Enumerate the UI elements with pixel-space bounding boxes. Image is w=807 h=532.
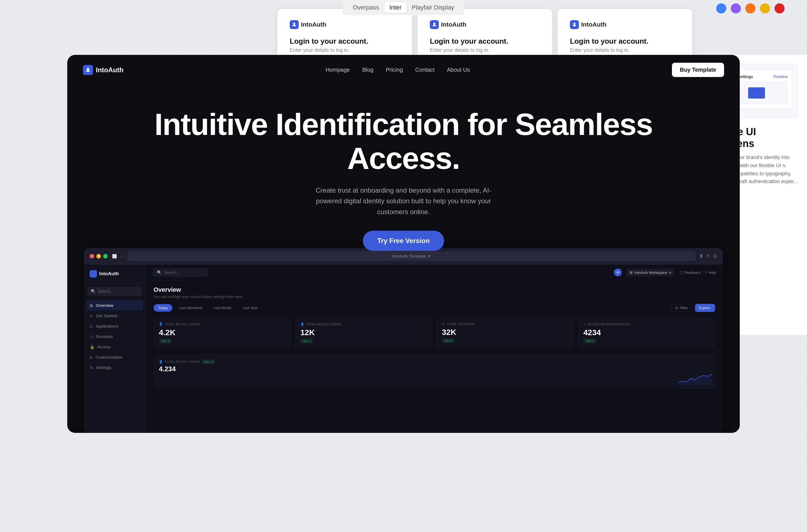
- chevron-down-icon: ∨: [669, 270, 672, 275]
- workspace-button[interactable]: ⊞ IntoAuth Workspace ∨: [626, 269, 675, 277]
- font-tab-overpass[interactable]: Overpass: [348, 2, 384, 13]
- graph-change: ↑$12.8: [202, 360, 215, 364]
- stat-value-1: 12K: [300, 328, 427, 337]
- card2-title: Login to your account.: [430, 37, 540, 46]
- filter-button[interactable]: ⊟ Filter: [671, 304, 692, 312]
- navbar: IntoAuth Hompage Blog Pricing Contact Ab…: [67, 55, 740, 85]
- color-dot-orange[interactable]: [745, 3, 755, 14]
- card1-logo: IntoAuth: [290, 20, 400, 29]
- card2-logo-icon: [430, 20, 439, 29]
- graph-area: 👤 TOTAL ACTIVE USERS ↑$12.8 4.234: [153, 355, 715, 388]
- stat-change-0: ↑$12.8: [159, 339, 171, 343]
- stat-card-0: 👤 TOTAL ACTIVE USERS 4.2K ↑$12.8: [153, 318, 291, 348]
- nav-links: Hompage Blog Pricing Contact About Us: [326, 66, 470, 73]
- sessions-icon: ◷: [90, 334, 93, 339]
- page-subtitle: You can manage your customization settin…: [153, 294, 715, 299]
- added-users-icon: 👤: [300, 322, 305, 326]
- export-button[interactable]: Export↑: [695, 304, 715, 312]
- filter-today[interactable]: Today: [153, 304, 172, 312]
- card1-title: Login to your account.: [290, 37, 400, 46]
- filter-icon: ⊟: [675, 306, 678, 310]
- card1-subtitle: Enter your details to log in.: [290, 47, 400, 53]
- stat-change-1: ↑$11.1: [300, 339, 313, 343]
- users-icon: 👤: [159, 322, 163, 326]
- preview-label[interactable]: Preview: [773, 75, 787, 79]
- stats-grid: 👤 TOTAL ACTIVE USERS 4.2K ↑$12.8 👤 TOTAL…: [153, 318, 715, 348]
- stat-change-3: ↑$15.0: [583, 339, 596, 343]
- stat-value-3: 4234: [583, 328, 710, 337]
- nav-link-contact[interactable]: Contact: [415, 66, 435, 73]
- dash-search-bar[interactable]: 🔍 Search...: [152, 268, 208, 277]
- buy-template-button[interactable]: Buy Template: [672, 63, 724, 77]
- graph-label: 👤 TOTAL ACTIVE USERS ↑$12.8: [159, 360, 710, 364]
- stat-change-2: ↑$12.5: [442, 339, 455, 343]
- workspace-icon: ⊞: [630, 270, 633, 275]
- sidebar-item-getstarted[interactable]: ◎ Get Started: [84, 310, 145, 321]
- try-free-button[interactable]: Try Free Version: [363, 231, 444, 251]
- filter-last-year[interactable]: Last Year: [238, 304, 262, 312]
- time-filter-group: Today Last Weekend Last Month Last Year: [153, 304, 262, 312]
- stat-label-1: 👤 TOTAL ADDED USERS: [300, 322, 427, 326]
- sparkline-chart: [678, 371, 712, 385]
- card2-logo-text: IntoAuth: [441, 21, 466, 28]
- filter-last-weekend[interactable]: Last Weekend: [175, 304, 207, 312]
- help-button[interactable]: ? Help: [705, 270, 716, 275]
- main-landing: IntoAuth Hompage Blog Pricing Contact Ab…: [67, 55, 740, 433]
- font-tab-inter[interactable]: Inter: [385, 2, 406, 13]
- nav-logo: IntoAuth: [83, 65, 124, 75]
- sidebar-item-customization[interactable]: ◈ Customization: [84, 352, 145, 362]
- header-actions: ⊟ Filter Export↑: [671, 304, 715, 312]
- color-dot-red[interactable]: [774, 3, 785, 14]
- color-dot-blue[interactable]: [716, 3, 726, 14]
- filter-last-month[interactable]: Last Month: [209, 304, 236, 312]
- stat-card-2: ⏱ TOTAL SESSIONS 32K ↑$12.5: [437, 318, 573, 348]
- applications-stat-icon: ✓: [583, 322, 586, 326]
- dashboard-header-right: U ⊞ IntoAuth Workspace ∨ ☐ Feedback ?: [614, 268, 716, 277]
- dash-logo-icon: [90, 270, 97, 278]
- color-palette: [716, 3, 785, 14]
- card2-subtitle: Enter your details to log in.: [430, 47, 540, 53]
- dash-logo: IntoAuth: [84, 270, 145, 283]
- nav-link-blog[interactable]: Blog: [362, 66, 373, 73]
- dashboard-main: 🔍 Search... U ⊞ IntoAuth Workspace ∨ ☐ F…: [146, 265, 723, 433]
- stat-card-1: 👤 TOTAL ADDED USERS 12K ↑$11.1: [295, 318, 432, 348]
- sidebar-item-settings[interactable]: ⚙ Settings: [84, 362, 145, 373]
- sidebar-item-sessions[interactable]: ◷ Sessions: [84, 331, 145, 342]
- graph-label-icon: 👤: [159, 360, 163, 364]
- font-tab-playfair[interactable]: Playfair Display: [407, 2, 459, 13]
- card1-logo-text: IntoAuth: [301, 21, 326, 28]
- sidebar-item-applications[interactable]: ⊡ Applications: [84, 321, 145, 331]
- settings-icon: ⚙: [90, 365, 93, 370]
- search-icon-header: 🔍: [157, 270, 162, 275]
- sessions-stat-icon: ⏱: [442, 322, 445, 326]
- stat-label-0: 👤 TOTAL ACTIVE USERS: [159, 322, 285, 326]
- overview-icon: ⊞: [90, 303, 93, 308]
- feedback-icon: ☐: [679, 270, 683, 275]
- graph-value: 4.234: [159, 365, 710, 373]
- user-avatar[interactable]: U: [614, 268, 622, 277]
- sidebar-item-overview[interactable]: ⊞ Overview: [86, 300, 143, 310]
- stat-card-3: ✓ ACCEPTED APPLICATIONS 4234 ↑$15.0: [578, 318, 715, 348]
- hero-section: Intuitive Identification for Seamless Ac…: [67, 85, 740, 268]
- color-dot-purple[interactable]: [731, 3, 741, 14]
- feedback-button[interactable]: ☐ Feedback: [679, 270, 700, 275]
- help-icon: ?: [705, 270, 707, 275]
- stat-label-3: ✓ ACCEPTED APPLICATIONS: [583, 322, 710, 326]
- page-title: Overview: [153, 286, 715, 293]
- dashboard-sidebar: IntoAuth 🔍 Search... ⊞ Overview ◎ Get St…: [84, 265, 146, 433]
- hero-subtitle: Create trust at onboarding and beyond wi…: [306, 185, 501, 217]
- card1-logo-icon: [290, 20, 299, 29]
- card3-logo-text: IntoAuth: [581, 21, 606, 28]
- card3-logo-icon: [570, 20, 579, 29]
- sidebar-item-access[interactable]: 🔒 Access: [84, 342, 145, 352]
- customization-icon: ◈: [90, 355, 93, 360]
- dashboard-preview: ⬜ ‹ › IntoAuth Template ✦ ⬆ + ⊙ IntoAuth: [84, 248, 723, 433]
- color-dot-yellow[interactable]: [760, 3, 770, 14]
- nav-link-homepage[interactable]: Hompage: [326, 66, 350, 73]
- nav-link-about[interactable]: About Us: [447, 66, 470, 73]
- stat-value-0: 4.2K: [159, 328, 285, 337]
- sidebar-search[interactable]: 🔍 Search...: [88, 287, 142, 296]
- card2-logo: IntoAuth: [430, 20, 540, 29]
- nav-link-pricing[interactable]: Pricing: [386, 66, 403, 73]
- nav-logo-icon: [83, 65, 93, 75]
